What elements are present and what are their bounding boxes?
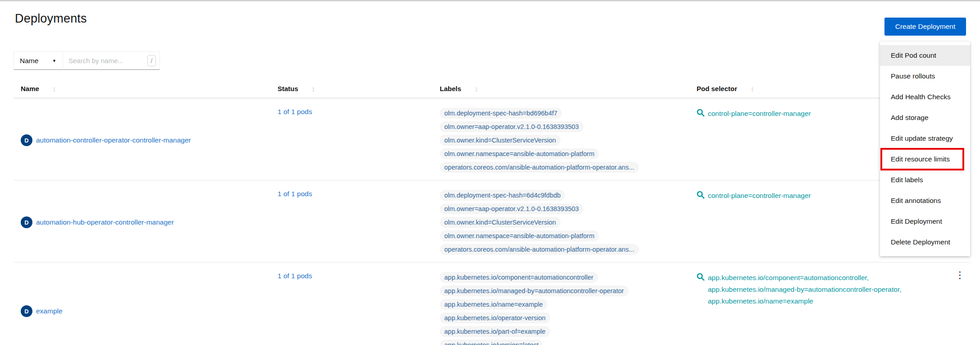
status-cell: 1 of 1 pods: [270, 180, 433, 262]
create-deployment-button[interactable]: Create Deployment: [884, 18, 966, 36]
table-row: D example 1 of 1 pods app.kubernetes.io/…: [14, 262, 971, 345]
column-header-label: Name: [21, 85, 39, 92]
name-cell: D automation-controller-operator-control…: [14, 98, 270, 180]
label-chip: olm.deployment-spec-hash=6d4c9fdbdb: [440, 190, 565, 201]
status-pods-link[interactable]: 1 of 1 pods: [278, 190, 312, 198]
labels-cell: app.kubernetes.io/component=automationco…: [433, 262, 689, 345]
pod-selector-link[interactable]: control-plane=controller-manager: [708, 108, 811, 120]
column-header-label: Status: [278, 85, 298, 92]
table-header-row: Name ↕ Status ↕ Labels ↕ Pod selector ↕: [14, 85, 971, 98]
menu-item-label: Edit resource limits: [891, 155, 950, 163]
label-chip: olm.deployment-spec-hash=bd696b4f7: [440, 108, 562, 119]
column-header-label: Pod selector: [697, 85, 737, 92]
pod-selector-cell: app.kubernetes.io/component=automationco…: [689, 262, 942, 345]
column-header-status: Status ↕: [270, 85, 433, 98]
deployments-page: Deployments Create Deployment Name ▼ / N…: [0, 0, 980, 345]
menu-item-edit-annotations[interactable]: Edit annotations: [880, 190, 970, 211]
sort-icon[interactable]: ↕: [53, 85, 56, 92]
label-chip: operators.coreos.com/ansible-automation-…: [440, 244, 639, 255]
table-row: D automation-hub-operator-controller-man…: [14, 180, 971, 262]
status-cell: 1 of 1 pods: [270, 262, 433, 345]
deployment-resource-badge: D: [21, 216, 32, 228]
menu-item-edit-labels[interactable]: Edit labels: [880, 170, 970, 190]
deployment-name-link[interactable]: automation-hub-operator-controller-manag…: [36, 218, 174, 226]
column-header-labels: Labels ↕: [433, 85, 689, 98]
label-chip: operators.coreos.com/ansible-automation-…: [440, 162, 639, 173]
status-pods-link[interactable]: 1 of 1 pods: [278, 108, 312, 115]
menu-item-edit-update-strategy[interactable]: Edit update strategy: [880, 128, 970, 149]
table-row: D automation-controller-operator-control…: [14, 98, 971, 180]
menu-item-edit-pod-count[interactable]: Edit Pod count: [880, 45, 970, 66]
page-title: Deployments: [15, 12, 87, 26]
label-chip: olm.owner.namespace=ansible-automation-p…: [440, 148, 599, 159]
pod-selector-link[interactable]: control-plane=controller-manager: [708, 190, 811, 202]
deployments-table: Name ↕ Status ↕ Labels ↕ Pod selector ↕ …: [14, 85, 971, 345]
top-divider: [0, 0, 980, 1]
name-cell: D automation-hub-operator-controller-man…: [14, 180, 270, 262]
label-chip: app.kubernetes.io/name=example: [440, 299, 547, 310]
label-chip: app.kubernetes.io/component=automationco…: [440, 272, 598, 283]
pod-selector-lines: app.kubernetes.io/component=automationco…: [708, 272, 902, 307]
slash-shortcut-badge: /: [147, 55, 156, 66]
menu-item-add-storage[interactable]: Add storage: [880, 107, 970, 128]
kebab-cell: ⋮: [942, 262, 971, 345]
search-box: /: [63, 51, 160, 70]
pod-selector-link[interactable]: app.kubernetes.io/managed-by=automationc…: [708, 284, 902, 295]
table-body: D automation-controller-operator-control…: [14, 98, 971, 345]
column-header-label: Labels: [440, 85, 461, 92]
menu-item-pause-rollouts[interactable]: Pause rollouts: [880, 66, 970, 87]
menu-item-label: Edit annotations: [891, 197, 941, 205]
filter-toolbar: Name ▼ /: [14, 51, 160, 70]
search-icon: [697, 109, 705, 117]
label-chip: app.kubernetes.io/operator-version: [440, 313, 550, 323]
menu-item-label: Add Health Checks: [891, 93, 951, 101]
search-icon: [697, 191, 705, 199]
menu-item-label: Edit labels: [891, 176, 923, 184]
menu-item-label: Edit Pod count: [891, 51, 936, 60]
name-cell: D example: [14, 262, 270, 345]
menu-item-edit-resource-limits[interactable]: Edit resource limits: [880, 149, 970, 170]
search-input[interactable]: [68, 57, 147, 64]
label-chip: olm.owner=aap-operator.v2.1.0-0.16383935…: [440, 203, 583, 214]
menu-item-delete-deployment[interactable]: Delete Deployment: [880, 232, 970, 253]
search-icon: [697, 273, 705, 281]
sort-icon[interactable]: ↕: [751, 85, 754, 92]
actions-dropdown-menu: Edit Pod countPause rolloutsAdd Health C…: [880, 41, 970, 256]
label-chip: olm.owner.kind=ClusterServiceVersion: [440, 135, 561, 146]
sort-icon[interactable]: ↕: [312, 85, 315, 92]
menu-item-label: Edit update strategy: [891, 134, 953, 143]
label-chip: olm.owner=aap-operator.v2.1.0-0.16383935…: [440, 121, 583, 132]
menu-item-label: Add storage: [891, 114, 929, 122]
labels-cell: olm.deployment-spec-hash=bd696b4f7olm.ow…: [433, 98, 689, 180]
status-cell: 1 of 1 pods: [270, 98, 433, 180]
menu-item-label: Edit Deployment: [891, 217, 942, 225]
filter-type-dropdown[interactable]: Name ▼: [14, 51, 63, 70]
kebab-menu-icon[interactable]: ⋮: [955, 270, 965, 280]
filter-type-label: Name: [20, 57, 38, 65]
labels-cell: olm.deployment-spec-hash=6d4c9fdbdbolm.o…: [433, 180, 689, 262]
label-chip: app.kubernetes.io/version=latest: [440, 340, 543, 345]
menu-item-label: Pause rollouts: [891, 72, 935, 80]
deployment-resource-badge: D: [21, 134, 32, 146]
sort-icon[interactable]: ↕: [475, 85, 479, 92]
deployment-resource-badge: D: [21, 305, 32, 317]
menu-item-label: Delete Deployment: [891, 238, 950, 246]
label-chip: app.kubernetes.io/part-of=example: [440, 326, 550, 337]
pod-selector-link[interactable]: app.kubernetes.io/name=example: [708, 295, 902, 307]
label-chip: olm.owner.namespace=ansible-automation-p…: [440, 230, 599, 241]
menu-item-add-health-checks[interactable]: Add Health Checks: [880, 87, 970, 107]
status-pods-link[interactable]: 1 of 1 pods: [278, 272, 312, 280]
deployment-name-link[interactable]: automation-controller-operator-controlle…: [36, 136, 191, 144]
label-chip: olm.owner.kind=ClusterServiceVersion: [440, 217, 561, 228]
column-header-name: Name ↕: [14, 85, 270, 98]
pod-selector-lines: control-plane=controller-manager: [708, 108, 811, 120]
pod-selector-lines: control-plane=controller-manager: [708, 190, 811, 202]
deployment-name-link[interactable]: example: [36, 307, 63, 315]
caret-down-icon: ▼: [52, 59, 56, 63]
menu-item-edit-deployment[interactable]: Edit Deployment: [880, 211, 970, 232]
pod-selector-link[interactable]: app.kubernetes.io/component=automationco…: [708, 272, 902, 284]
label-chip: app.kubernetes.io/managed-by=automationc…: [440, 285, 629, 296]
